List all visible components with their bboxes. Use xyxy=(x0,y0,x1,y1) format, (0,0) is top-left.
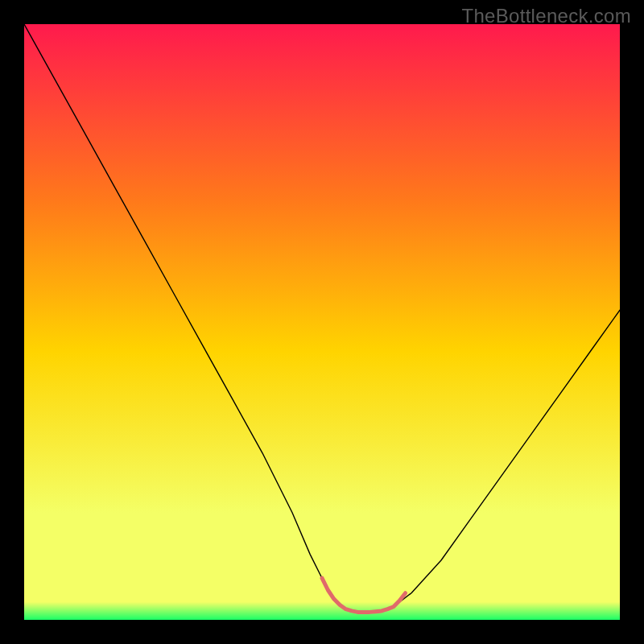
chart-frame: TheBottleneck.com xyxy=(0,0,644,644)
bottleneck-chart xyxy=(24,24,620,620)
chart-background xyxy=(24,24,620,620)
chart-svg xyxy=(24,24,620,620)
